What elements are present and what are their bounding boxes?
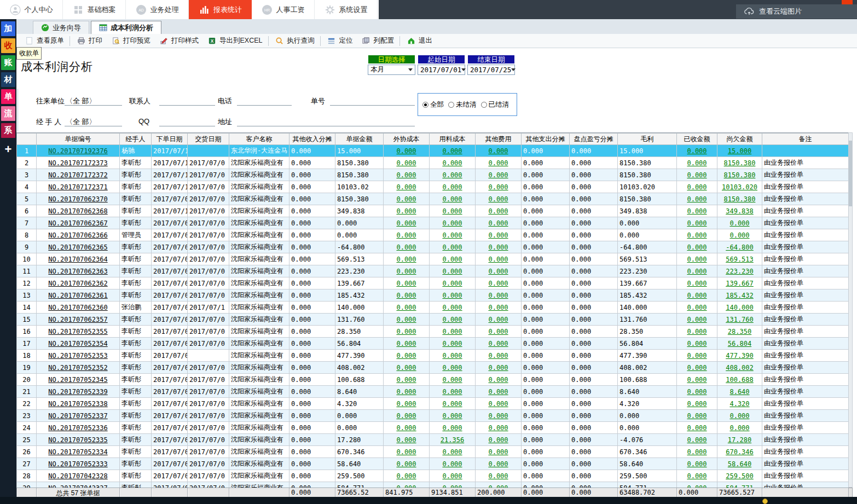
column-header-其他支出分摊[interactable]: 其他支出分摊 [522,134,570,145]
cell-link[interactable]: 0.000 [396,244,416,251]
cell-link[interactable]: NO.201707062362 [48,280,107,287]
cell-link[interactable]: 0.000 [687,171,707,179]
menu-item-业务处理[interactable]: AD业务处理 [126,0,189,19]
cell-link[interactable]: NO.201707062365 [48,244,107,251]
sidebar-item-账[interactable]: 账 [1,55,15,70]
cell-link[interactable]: 0.000 [687,460,707,468]
cell-link[interactable]: 0.000 [396,328,416,335]
cell-link[interactable]: 100.688 [726,376,754,384]
cell-link[interactable]: 0.000 [687,388,707,396]
filter-input-单号[interactable] [330,96,415,106]
cell-link[interactable]: NO.201707172371 [48,183,107,191]
sidebar-item-流[interactable]: 流 [1,106,15,121]
cell-link[interactable]: NO.201707052337 [48,412,107,420]
cell-link[interactable]: 0.000 [687,195,707,203]
cell-link[interactable]: 21.356 [441,436,464,444]
cell-link[interactable]: 131.760 [726,316,754,323]
cell-link[interactable]: 0.000 [396,280,416,287]
cell-link[interactable]: 0.000 [396,292,416,299]
cell-link[interactable]: 223.230 [726,268,754,275]
cell-link[interactable]: 0.000 [488,472,508,480]
column-header-用料成本[interactable]: 用料成本 [430,134,476,145]
sidebar-item-单[interactable]: 单 [1,89,15,104]
cell-link[interactable]: 0.000 [687,268,707,275]
cell-link[interactable]: NO.201707052334 [48,448,107,456]
cell-link[interactable]: 0.000 [488,304,508,311]
sidebar-item-收[interactable]: 收 [1,38,15,53]
column-header-尚欠金额[interactable]: 尚欠金额 [717,134,762,145]
scrollbar-thumb[interactable] [849,141,852,206]
cell-link[interactable]: 0.000 [488,328,508,335]
column-header-毛利[interactable]: 毛利 [618,134,677,145]
cell-link[interactable]: 0.000 [488,436,508,444]
cell-link[interactable]: 0.000 [442,195,462,203]
filter-input-QQ[interactable] [159,117,215,126]
toolbar-button-查看原单[interactable]: 查看原单 [20,34,68,48]
cell-link[interactable]: 0.000 [488,448,508,456]
cell-link[interactable]: 0.000 [396,364,416,372]
cell-link[interactable]: NO.201707052353 [48,352,107,360]
column-header-其他收入分摊[interactable]: 其他收入分摊 [289,134,335,145]
column-header-外协成本[interactable]: 外协成本 [384,134,430,145]
cell-link[interactable]: NO.201707052338 [48,400,107,408]
cell-link[interactable]: 0.000 [442,304,462,311]
cell-link[interactable]: 0.000 [687,280,707,287]
cell-link[interactable]: 0.000 [396,268,416,275]
cell-link[interactable]: 0.000 [687,376,707,384]
cell-link[interactable]: NO.201707062366 [48,231,107,239]
cell-link[interactable]: 8150.380 [724,195,756,203]
menu-item-人事工资[interactable]: HR人事工资 [252,0,315,19]
cell-link[interactable]: NO.201707052352 [48,364,107,372]
cell-link[interactable]: 0.000 [396,376,416,384]
cell-link[interactable]: 0.000 [488,412,508,420]
cell-link[interactable]: 10103.020 [722,183,757,191]
cell-link[interactable]: 0.000 [488,352,508,360]
column-header-单据金额[interactable]: 单据金额 [335,134,384,145]
cell-link[interactable]: 0.000 [687,159,707,167]
menu-item-报表统计[interactable]: 报表统计 [189,0,252,19]
radio-已结清[interactable]: 已结清 [481,100,509,109]
sidebar-add-button[interactable]: + [1,142,15,157]
cell-link[interactable]: NO.201707052335 [48,436,107,444]
cell-link[interactable]: 0.000 [442,328,462,335]
cell-link[interactable]: 0.000 [442,376,462,384]
vertical-scrollbar[interactable] [848,132,853,488]
cell-link[interactable]: 0.000 [396,147,416,155]
sidebar-item-加[interactable]: 加 [1,21,15,36]
sidebar-item-系[interactable]: 系 [1,123,15,138]
cell-link[interactable]: 0.000 [687,352,707,360]
cell-link[interactable]: 349.838 [726,207,754,215]
cell-link[interactable]: 0.000 [396,424,416,432]
column-header-客户名称[interactable]: 客户名称 [229,134,289,145]
cell-link[interactable]: 0.000 [442,448,462,456]
view-cloud-images-button[interactable]: 查看云端图片 [736,4,857,19]
cell-link[interactable]: 0.000 [687,424,707,432]
cell-link[interactable]: 569.513 [726,256,754,263]
cell-link[interactable]: 0.000 [687,244,707,251]
toolbar-button-导出到EXCEL[interactable]: X导出到EXCEL [202,34,267,48]
cell-link[interactable]: NO.201707052355 [48,328,107,335]
cell-link[interactable]: 0.000 [396,159,416,167]
cell-link[interactable]: NO.201707172373 [48,159,107,167]
toolbar-button-打印预览[interactable]: 打印预览 [106,34,154,48]
cell-link[interactable]: 0.000 [687,412,707,420]
column-header-下单日期[interactable]: 下单日期 [152,134,188,145]
cell-link[interactable]: 0.000 [488,159,508,167]
menu-item-个人中心[interactable]: 个人中心 [0,0,63,19]
cell-link[interactable]: 0.000 [396,183,416,191]
cell-link[interactable]: 0.000 [442,183,462,191]
cell-link[interactable]: 0.000 [729,412,749,420]
cell-link[interactable]: 139.667 [726,280,754,287]
cell-link[interactable]: 0.000 [488,244,508,251]
cell-link[interactable]: 0.000 [687,328,707,335]
cell-link[interactable]: NO.201707062368 [48,207,107,215]
cell-link[interactable]: NO.201707062370 [48,195,107,203]
cell-link[interactable]: 0.000 [687,207,707,215]
cell-link[interactable]: 0.000 [442,364,462,372]
column-header-已收金额[interactable]: 已收金额 [677,134,717,145]
cell-link[interactable]: 0.000 [396,304,416,311]
cell-link[interactable]: 0.000 [396,460,416,468]
cell-link[interactable]: 0.000 [488,171,508,179]
cell-link[interactable]: 0.000 [442,340,462,347]
cell-link[interactable]: 0.000 [442,207,462,215]
